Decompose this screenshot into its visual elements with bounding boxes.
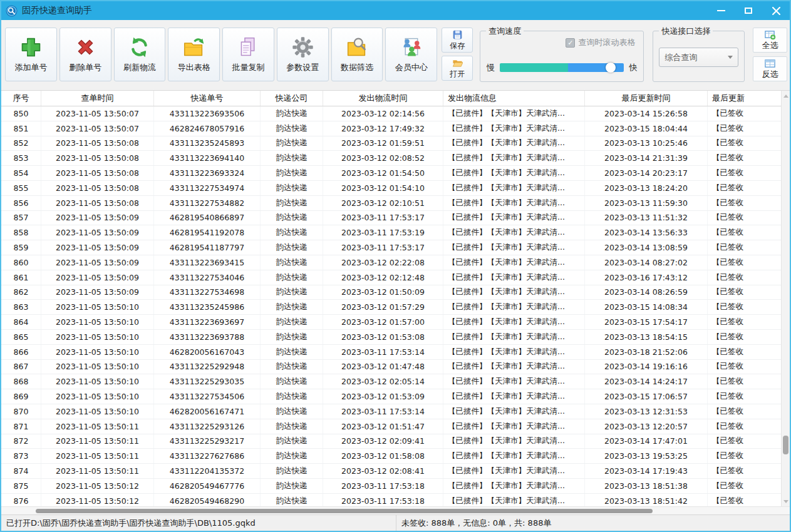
speed-slider-row: 慢 快 [487,62,637,73]
table-cell: 2023-03-12 01:54:50 [323,166,443,180]
delete-order-button[interactable]: 删除单号 [59,28,111,81]
table-cell: 【已揽件】【天津市】天津武清... [443,389,585,404]
table-cell: 853 [1,151,41,165]
table-cell: 868 [1,374,41,389]
column-header[interactable]: 序号 [1,91,41,106]
interface-dropdown[interactable]: 综合查询 [659,48,738,67]
table-cell: 韵达快递 [261,434,323,449]
minimize-button[interactable] [707,1,735,20]
horizontal-scrollbar-thumb[interactable] [36,509,653,513]
table-row[interactable]: 8662023-11-05 13:50:10462820056167043韵达快… [1,345,790,360]
data-filter-button[interactable]: 数据筛选 [331,28,383,81]
table-cell: 2023-11-05 13:50:10 [41,404,154,419]
table-row[interactable]: 8712023-11-05 13:50:11433113225293126韵达快… [1,419,790,434]
table-cell: 【已揽件】【天津市】天津武清... [443,270,585,285]
column-header[interactable]: 快递单号 [154,91,261,106]
table-row[interactable]: 8562023-11-05 13:50:08433113227534882韵达快… [1,196,790,211]
table-row[interactable]: 8692023-11-05 13:50:10433113227534506韵达快… [1,389,790,404]
table-cell: 韵达快递 [261,330,323,344]
member-center-button[interactable]: 会员中心 [385,28,437,81]
vertical-scrollbar-thumb[interactable] [783,436,788,454]
table-row[interactable]: 8742023-11-05 13:50:11433112204135372韵达快… [1,464,790,479]
add-order-button[interactable]: 添加单号 [5,28,57,81]
scroll-down-button[interactable] [782,496,790,506]
column-header[interactable]: 发出物流时间 [323,91,443,106]
table-cell: 2023-11-05 13:50:10 [41,389,154,404]
select-all-button[interactable]: 全选 [753,28,787,53]
table-cell: 【已揽件】【天津市】天津武清... [443,464,585,478]
table-cell: 2023-11-05 13:50:10 [41,360,154,374]
column-header[interactable]: 发出物流信息 [443,91,585,106]
maximize-button[interactable] [735,1,762,20]
table-cell: 433113227534882 [154,196,261,210]
table-cell: 韵达快递 [261,345,323,359]
column-header[interactable]: 最后更新时间 [585,91,708,106]
table-row[interactable]: 8542023-11-05 13:50:08433113223693324韵达快… [1,166,790,181]
speed-slider-thumb[interactable] [606,63,616,73]
table-cell: 856 [1,196,41,210]
table-row[interactable]: 8612023-11-05 13:50:09433113227534046韵达快… [1,270,790,285]
table-cell: 2023-03-14 08:27:02 [585,255,708,270]
close-icon [772,7,780,15]
table-header: 序号查单时间快递单号快递公司发出物流时间发出物流信息最后更新时间最后更新 [1,91,790,106]
table-row[interactable]: 8592023-11-05 13:50:09462819541187797韵达快… [1,240,790,255]
table-row[interactable]: 8722023-11-05 13:50:11433113225293217韵达快… [1,434,790,449]
scroll-table-checkbox[interactable] [566,38,575,48]
table-cell: 2023-03-12 01:50:09 [323,285,443,300]
save-icon [452,29,463,40]
save-button[interactable]: 保存 [442,28,473,53]
table-row[interactable]: 8502023-11-05 13:50:07433113223693506韵达快… [1,106,790,121]
export-icon [182,36,205,59]
table-row[interactable]: 8702023-11-05 13:50:10462820056167471韵达快… [1,404,790,419]
table-cell: 2023-03-11 17:53:14 [323,404,443,419]
table-cell: 2023-03-12 01:57:00 [323,315,443,329]
table-cell: 2023-03-11 17:53:17 [323,211,443,225]
interface-select-panel: 快递接口选择 综合查询 [653,31,745,82]
table-row[interactable]: 8552023-11-05 13:50:08433113227534974韵达快… [1,181,790,196]
scroll-up-button[interactable] [782,91,790,101]
table-row[interactable]: 8672023-11-05 13:50:10433113225292948韵达快… [1,360,790,375]
table-row[interactable]: 8762023-11-05 13:50:12462820549468290韵达快… [1,494,790,506]
invert-selection-button[interactable]: 反选 [753,56,787,81]
filter-icon [345,36,368,59]
table-row[interactable]: 8752023-11-05 13:50:12462820549467776韵达快… [1,479,790,494]
table-cell: 2023-11-05 13:50:10 [41,300,154,314]
table-row[interactable]: 8602023-11-05 13:50:09433113223693415韵达快… [1,255,790,270]
table-cell: 2023-11-05 13:50:08 [41,181,154,195]
table-cell: 韵达快递 [261,449,323,463]
settings-button[interactable]: 参数设置 [277,28,329,81]
table-row[interactable]: 8582023-11-05 13:50:09462819541192078韵达快… [1,225,790,240]
table-row[interactable]: 8652023-11-05 13:50:10433113223693788韵达快… [1,330,790,345]
column-header[interactable]: 查单时间 [41,91,154,106]
open-label: 打开 [450,69,465,79]
column-header[interactable]: 快递公司 [261,91,323,106]
refresh-logistics-button[interactable]: 刷新物流 [114,28,166,81]
table-cell: 韵达快递 [261,494,323,506]
table-row[interactable]: 8642023-11-05 13:50:10433113223693697韵达快… [1,315,790,330]
table-row[interactable]: 8512023-11-05 13:50:07462824678057916韵达快… [1,121,790,136]
table-cell: 【已揽件】【天津市】天津武清... [443,345,585,359]
table-row[interactable]: 8732023-11-05 13:50:11433113227627686韵达快… [1,449,790,464]
export-table-button[interactable]: 导出表格 [168,28,220,81]
horizontal-scrollbar[interactable] [1,506,790,514]
table-cell: 【已揽件】【天津市】天津武清... [443,285,585,300]
table-cell: 2023-03-11 17:53:18 [323,494,443,506]
column-header[interactable]: 最后更新 [708,91,790,106]
table-cell: 【已签收 [708,166,790,180]
table-cell: 【已签收 [708,389,790,404]
table-cell: 韵达快递 [261,255,323,270]
batch-copy-button[interactable]: 批量复制 [222,28,274,81]
table-cell: 【已签收 [708,196,790,210]
table-row[interactable]: 8522023-11-05 13:50:08433113235245893韵达快… [1,136,790,151]
table-row[interactable]: 8682023-11-05 13:50:10433113225293035韵达快… [1,374,790,389]
speed-slider-track[interactable] [500,63,624,72]
vertical-scrollbar[interactable] [781,91,790,506]
table-row[interactable]: 8532023-11-05 13:50:08433113223694140韵达快… [1,151,790,166]
close-button[interactable] [762,1,790,20]
open-button[interactable]: 打开 [442,56,473,81]
table-cell: 433113235245893 [154,136,261,151]
table-row[interactable]: 8572023-11-05 13:50:09462819540866897韵达快… [1,211,790,226]
table-cell: 【已签收 [708,374,790,389]
table-row[interactable]: 8622023-11-05 13:50:09433113227534698韵达快… [1,285,790,300]
table-row[interactable]: 8632023-11-05 13:50:10433113235245986韵达快… [1,300,790,315]
